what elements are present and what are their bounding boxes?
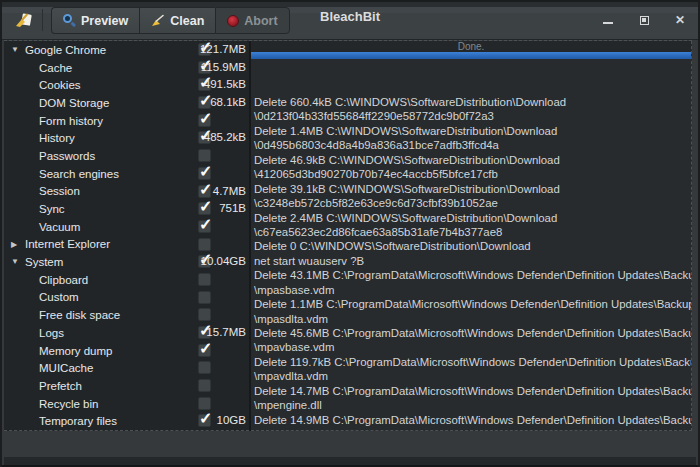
checkbox-muicache[interactable] (198, 361, 211, 374)
log-line-text: Delete 2.4MB C:\WINDOWS\SoftwareDistribu… (254, 212, 557, 224)
tree-item-label: Temporary files (39, 415, 117, 427)
tree-row-muicache[interactable]: MUICache (4, 359, 249, 377)
log-line: \mpavbase.vdm (254, 340, 691, 354)
minimize-button[interactable] (600, 12, 616, 28)
tree-row-vacuum[interactable]: Vacuum (4, 218, 249, 236)
log-line: \mpengine.dll (254, 398, 691, 412)
log-line: Delete 14.9MB C:\ProgramData\Microsoft\W… (254, 413, 691, 427)
log-line: \0d495b6803c4d8a4b9a836a31bce7adfb3ffcd4… (254, 138, 691, 152)
log-line-text: Delete 1.4MB C:\WINDOWS\SoftwareDistribu… (254, 125, 557, 137)
log-line: \mpavdlta.vdm (254, 369, 691, 383)
window-controls: ✕ (600, 0, 688, 40)
tree-item-label: Vacuum (39, 221, 80, 233)
log-line: Delete 0 C:\WINDOWS\SoftwareDistribution… (254, 239, 691, 253)
log-line: Delete 119.7kB C:\ProgramData\Microsoft\… (254, 355, 691, 369)
size-value: 15.7MB (176, 326, 246, 338)
preview-button-label: Preview (81, 14, 128, 28)
size-value: 68.1kB (176, 96, 246, 108)
tree-row-memory-dump[interactable]: Memory dump (4, 342, 249, 360)
log-line: Delete 1.1MB C:\ProgramData\Microsoft\Wi… (254, 297, 691, 311)
tree-row-history[interactable]: History485.2kB (4, 129, 249, 147)
log-line: \mpasbase.vdm (254, 283, 691, 297)
log-line-text: \c67ea5623ec2d86fcae63a85b31afe7b4b377ae… (254, 226, 502, 238)
action-button-group: Preview Clean Abort (51, 7, 290, 34)
cleaner-tree[interactable]: ▼Google Chrome121.7MBCache115.9MBCookies… (4, 41, 249, 431)
tree-row-prefetch[interactable]: Prefetch (4, 377, 249, 395)
tree-item-label: Google Chrome (25, 44, 106, 56)
log-line-text: Delete 46.9kB C:\WINDOWS\SoftwareDistrib… (254, 154, 560, 166)
size-value: 485.2kB (176, 131, 246, 143)
size-value: 10.04GB (176, 255, 246, 267)
tree-item-label: Recycle bin (39, 398, 98, 410)
tree-item-label: Prefetch (39, 380, 82, 392)
log-line: net start wuauserv ?B (254, 254, 691, 268)
tree-item-label: MUICache (39, 362, 93, 374)
clean-button[interactable]: Clean (139, 7, 215, 34)
log-line: Delete 43.1MB C:\ProgramData\Microsoft\W… (254, 268, 691, 282)
checkbox-free-disk-space[interactable] (198, 308, 211, 321)
log-line-text: \mpavdlta.vdm (254, 370, 328, 382)
log-line-text: net start wuauserv ?B (254, 255, 364, 267)
checkbox-custom[interactable] (198, 291, 211, 304)
checkbox-internet-explorer[interactable] (198, 238, 211, 251)
log-line-text: Delete 43.1MB C:\ProgramData\Microsoft\W… (254, 269, 692, 281)
checkbox-search-engines[interactable] (198, 167, 211, 180)
maximize-icon (640, 16, 649, 25)
tree-row-clipboard[interactable]: Clipboard (4, 271, 249, 289)
tree-item-label: Clipboard (39, 274, 88, 286)
log-line-text: Delete 39.1kB C:\WINDOWS\SoftwareDistrib… (254, 183, 560, 195)
close-button[interactable]: ✕ (672, 12, 688, 28)
toolbar-separator (42, 9, 43, 31)
log-line-text: Delete 45.6MB C:\ProgramData\Microsoft\W… (254, 327, 692, 339)
expander-collapse-icon[interactable]: ▼ (11, 257, 23, 267)
checkbox-vacuum[interactable] (198, 220, 211, 233)
log-line: \0d213f04b33fd55684ff2290e58772dc9b0f72a… (254, 109, 691, 123)
checkbox-form-history[interactable] (198, 114, 211, 127)
tree-row-temporary-files[interactable]: Temporary files10GB (4, 412, 249, 430)
tree-row-custom[interactable]: Custom (4, 289, 249, 307)
progress-bar: Done. (251, 41, 691, 59)
tree-item-label: Memory dump (39, 345, 113, 357)
log-line: Delete 2.4MB C:\WINDOWS\SoftwareDistribu… (254, 211, 691, 225)
headerbar[interactable]: Preview Clean Abort BleachBit ✕ (2, 0, 698, 40)
expander-collapse-icon[interactable]: ▼ (11, 45, 23, 55)
abort-button-label: Abort (244, 14, 277, 28)
log-line-text: Delete 660.4kB C:\WINDOWS\SoftwareDistri… (254, 96, 566, 108)
progress-status-text: Done. (251, 41, 691, 52)
log-line-text: \c3248eb572cb5f82e63ce9c6d73cfbf39b1052a… (254, 197, 498, 209)
log-output[interactable]: Delete 660.4kB C:\WINDOWS\SoftwareDistri… (254, 95, 691, 431)
size-value: 751B (176, 202, 246, 214)
log-line: Delete 1.4MB C:\WINDOWS\SoftwareDistribu… (254, 124, 691, 138)
log-line-text: Delete 14.7MB C:\ProgramData\Microsoft\W… (254, 385, 692, 397)
size-value: 10GB (176, 414, 246, 426)
size-value: 121.7MB (176, 43, 246, 55)
checkbox-clipboard[interactable] (198, 273, 211, 286)
log-line-text: \0d213f04b33fd55684ff2290e58772dc9b0f72a… (254, 110, 494, 122)
log-line: Delete 45.6MB C:\ProgramData\Microsoft\W… (254, 326, 691, 340)
tree-item-label: History (39, 132, 75, 144)
checkbox-prefetch[interactable] (198, 379, 211, 392)
log-line: Delete 46.9kB C:\WINDOWS\SoftwareDistrib… (254, 153, 691, 167)
abort-button[interactable]: Abort (215, 7, 289, 34)
log-line: \c67ea5623ec2d86fcae63a85b31afe7b4b377ae… (254, 225, 691, 239)
log-line-text: \0d495b6803c4d8a4b9a836a31bce7adfb3ffcd4… (254, 139, 499, 151)
bleachbit-window: Preview Clean Abort BleachBit ✕ (0, 0, 700, 467)
preview-button[interactable]: Preview (51, 7, 139, 34)
tree-row-system[interactable]: ▼System10.04GB (4, 253, 249, 271)
tree-item-label: Cache (39, 62, 72, 74)
log-line-text: \mpavbase.vdm (254, 341, 334, 353)
log-line-text: Delete 14.9MB C:\ProgramData\Microsoft\W… (254, 414, 692, 426)
footer-filler (4, 431, 696, 457)
checkbox-recycle-bin[interactable] (198, 397, 211, 410)
expander-expand-icon[interactable]: ▶ (11, 240, 23, 250)
tree-item-label: Session (39, 185, 80, 197)
tree-item-label: Custom (39, 291, 79, 303)
footer-band (4, 457, 696, 465)
checkbox-memory-dump[interactable] (198, 344, 211, 357)
progress-fill (251, 52, 691, 59)
log-line-text: Delete 1.1MB C:\ProgramData\Microsoft\Wi… (254, 298, 692, 310)
checkbox-passwords[interactable] (198, 149, 211, 162)
bleachbit-logo-icon[interactable] (14, 10, 34, 30)
maximize-button[interactable] (636, 12, 652, 28)
log-line: \412065d3bd90270b70b74ec4accb5f5bfce17cf… (254, 167, 691, 181)
